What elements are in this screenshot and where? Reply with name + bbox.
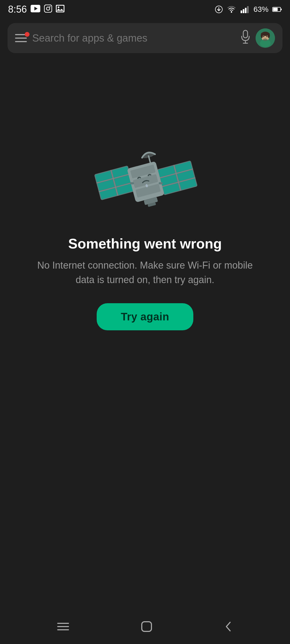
error-content: Something went wrong No Internet connect… — [0, 128, 290, 330]
recent-apps-button[interactable] — [57, 621, 70, 635]
battery-percentage: 63% — [253, 5, 269, 14]
status-right: 63% — [215, 5, 282, 14]
svg-rect-15 — [247, 6, 249, 13]
svg-point-28 — [263, 36, 264, 37]
svg-rect-14 — [245, 8, 247, 13]
error-title: Something went wrong — [68, 236, 222, 252]
status-time: 8:56 — [8, 4, 27, 15]
svg-rect-17 — [273, 8, 278, 11]
svg-rect-12 — [241, 10, 242, 13]
svg-point-26 — [261, 33, 263, 38]
svg-point-4 — [49, 6, 50, 7]
youtube-icon — [31, 5, 40, 14]
back-button[interactable] — [224, 620, 233, 636]
svg-point-31 — [263, 38, 268, 41]
svg-point-8 — [58, 6, 59, 8]
svg-point-29 — [266, 36, 267, 37]
svg-point-3 — [46, 7, 50, 10]
search-input[interactable] — [32, 32, 235, 44]
nav-bar — [0, 612, 290, 644]
svg-rect-18 — [281, 9, 282, 10]
home-button[interactable] — [140, 620, 153, 636]
mic-icon[interactable] — [241, 30, 250, 46]
try-again-button[interactable]: Try again — [97, 303, 193, 330]
status-left: 8:56 — [8, 4, 64, 15]
svg-rect-2 — [44, 5, 52, 12]
instagram-icon — [44, 5, 52, 14]
satellite-illustration — [91, 128, 199, 219]
notification-badge — [25, 32, 30, 37]
search-bar — [8, 23, 282, 53]
battery-icon — [272, 6, 282, 12]
svg-rect-13 — [243, 9, 244, 13]
menu-button[interactable] — [15, 34, 27, 42]
download-icon — [215, 5, 223, 13]
wifi-icon — [227, 6, 236, 13]
error-subtitle: No Internet connection. Make sure Wi-Fi … — [37, 258, 253, 287]
gallery-icon — [56, 5, 64, 14]
signal-icon — [240, 6, 250, 13]
svg-point-27 — [268, 33, 270, 38]
avatar[interactable] — [256, 28, 275, 48]
svg-rect-19 — [243, 30, 248, 38]
svg-rect-65 — [142, 622, 151, 631]
svg-point-11 — [231, 12, 232, 13]
status-bar: 8:56 — [0, 0, 290, 19]
